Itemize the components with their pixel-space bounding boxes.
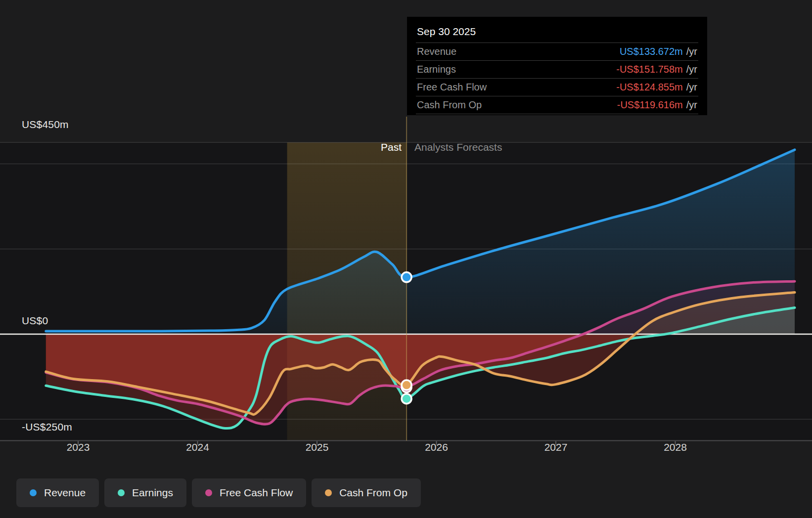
y-axis-label-450m: US$450m	[22, 119, 69, 130]
x-tick-label: 2023	[58, 441, 98, 453]
cash-from-op-dot-icon	[325, 489, 332, 496]
chart-legend: Revenue Earnings Free Cash Flow Cash Fro…	[16, 478, 421, 507]
legend-label: Free Cash Flow	[220, 487, 293, 499]
tooltip-value: -US$124.855m	[616, 82, 683, 93]
past-label: Past	[0, 141, 402, 153]
tooltip-row-earnings: Earnings -US$151.758m /yr	[416, 61, 698, 79]
tooltip-date: Sep 30 2025	[416, 24, 698, 43]
tooltip-row-free-cash-flow: Free Cash Flow -US$124.855m /yr	[416, 79, 698, 96]
tooltip-unit: /yr	[686, 82, 697, 93]
legend-item-earnings[interactable]: Earnings	[104, 478, 186, 507]
revenue-dot-icon	[30, 489, 37, 496]
legend-item-free-cash-flow[interactable]: Free Cash Flow	[192, 478, 306, 507]
earnings-revenue-growth-chart: US$450m US$0 -US$250m Past Analysts Fore…	[0, 0, 812, 518]
y-axis-label-zero: US$0	[22, 315, 48, 327]
tooltip-unit: /yr	[686, 99, 697, 111]
legend-label: Revenue	[44, 487, 86, 499]
legend-label: Cash From Op	[339, 487, 407, 499]
x-tick-label: 2026	[417, 441, 456, 453]
x-tick-label: 2027	[536, 441, 576, 453]
tooltip-row-revenue: Revenue US$133.672m /yr	[416, 43, 698, 61]
tooltip-label: Revenue	[417, 46, 620, 57]
tooltip-label: Cash From Op	[417, 99, 617, 111]
forecasts-label: Analysts Forecasts	[414, 141, 502, 153]
free-cash-flow-dot-icon	[205, 489, 212, 496]
tooltip-unit: /yr	[686, 64, 697, 75]
legend-item-cash-from-op[interactable]: Cash From Op	[312, 478, 421, 507]
tooltip-value: US$133.672m	[620, 46, 683, 57]
x-tick-label: 2024	[178, 441, 218, 453]
legend-label: Earnings	[132, 487, 173, 499]
tooltip-value: -US$151.758m	[616, 64, 683, 75]
tooltip-label: Free Cash Flow	[417, 82, 616, 93]
tooltip-unit: /yr	[686, 46, 697, 57]
tooltip-row-cash-from-op: Cash From Op -US$119.616m /yr	[416, 96, 698, 114]
y-axis-label-neg250m: -US$250m	[22, 421, 72, 433]
tooltip-label: Earnings	[417, 64, 616, 75]
x-tick-label: 2028	[656, 441, 695, 453]
x-tick-label: 2025	[297, 441, 337, 453]
legend-item-revenue[interactable]: Revenue	[16, 478, 99, 507]
chart-tooltip: Sep 30 2025 Revenue US$133.672m /yr Earn…	[407, 17, 707, 115]
tooltip-value: -US$119.616m	[617, 99, 683, 111]
earnings-dot-icon	[118, 489, 125, 496]
